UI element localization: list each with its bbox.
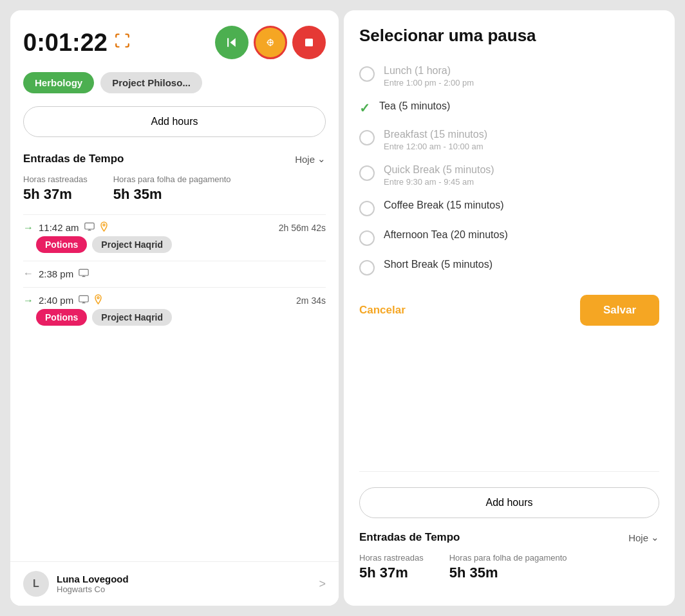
monitor-icon-3 <box>79 295 89 306</box>
svg-rect-12 <box>79 295 88 302</box>
arrow-in-icon: → <box>23 222 33 234</box>
tags-row: Herbology Project Philoso... <box>23 72 326 93</box>
break-name-7: Short Break (5 minutos) <box>384 259 493 270</box>
monitor-icon <box>84 222 95 233</box>
break-option-7[interactable]: Short Break (5 minutos) <box>359 252 659 282</box>
radio-lunch <box>359 66 375 82</box>
svg-rect-4 <box>305 39 313 46</box>
monitor-icon-2 <box>79 268 89 279</box>
right-section-header: Entradas de Tempo Hoje ⌄ <box>359 531 659 544</box>
radio-quickbreak <box>359 165 375 181</box>
arrow-in-icon-3: → <box>23 295 33 306</box>
svg-point-8 <box>103 224 105 226</box>
right-section-title: Entradas de Tempo <box>359 531 460 544</box>
avatar: L <box>23 571 49 597</box>
checkmark-icon: ✓ <box>359 100 370 116</box>
timer-display: 0:01:22 <box>23 29 131 57</box>
left-panel: 0:01:22 <box>10 10 339 606</box>
user-name: Luna Lovegood <box>57 574 129 584</box>
break-sub-1: Entre 1:00 pm - 2:00 pm <box>384 78 474 88</box>
time-entry-2: ← 2:38 pm <box>23 268 326 279</box>
right-stats-row: Horas rastreadas 5h 37m Horas para folha… <box>359 553 659 581</box>
panel-title: Selecionar uma pausa <box>359 26 659 46</box>
tag-herbology[interactable]: Herbology <box>23 72 94 93</box>
break-option-5[interactable]: Coffee Break (15 minutos) <box>359 193 659 223</box>
svg-rect-9 <box>79 269 88 275</box>
stat-tracked: Horas rastreadas 5h 37m <box>23 174 88 203</box>
time-entry-3: → 2:40 pm 2m 34s Potions Project Haqrid <box>23 294 326 326</box>
right-bottom: Add hours Entradas de Tempo Hoje ⌄ Horas… <box>344 465 675 606</box>
location-icon-3 <box>94 294 102 306</box>
entry-tag-potions-3: Potions <box>36 309 87 326</box>
chevron-down-icon: ⌄ <box>317 153 326 165</box>
add-hours-button[interactable]: Add hours <box>23 106 326 137</box>
section-filter[interactable]: Hoje ⌄ <box>295 153 326 165</box>
break-option-6[interactable]: Afternoon Tea (20 minutos) <box>359 223 659 252</box>
user-company: Hogwarts Co <box>57 584 129 594</box>
user-info[interactable]: L Luna Lovegood Hogwarts Co <box>23 571 129 597</box>
break-name-4: Quick Break (5 minutos) <box>384 164 494 176</box>
break-name-6: Afternoon Tea (20 minutos) <box>384 229 508 241</box>
location-icon <box>100 221 108 234</box>
right-add-hours-button[interactable]: Add hours <box>359 487 659 518</box>
timer-text: 0:01:22 <box>23 29 108 57</box>
stats-row: Horas rastreadas 5h 37m Horas para folha… <box>23 174 326 203</box>
time-entry-1: → 11:42 am 2h 56m 42s Potions Project Ha… <box>23 221 326 253</box>
bottom-footer: L Luna Lovegood Hogwarts Co > <box>10 561 339 606</box>
svg-rect-5 <box>84 223 93 229</box>
tag-project[interactable]: Project Philoso... <box>100 72 202 93</box>
radio-afternoontea <box>359 230 375 246</box>
break-option-4[interactable]: Quick Break (5 minutos) Entre 9:30 am - … <box>359 158 659 193</box>
entry-tag-potions-1: Potions <box>36 236 87 253</box>
save-button[interactable]: Salvar <box>580 295 659 326</box>
stop-button[interactable] <box>292 26 326 59</box>
chevron-right-icon: > <box>319 577 326 591</box>
arrow-out-icon: ← <box>23 268 33 279</box>
radio-coffeebreak <box>359 201 375 216</box>
entry-tag-project-1: Project Haqrid <box>92 236 172 253</box>
svg-marker-0 <box>230 38 236 46</box>
right-stat-payroll: Horas para folha de pagamento 5h 35m <box>449 553 567 581</box>
prev-button[interactable] <box>215 26 249 59</box>
scan-icon <box>114 32 131 53</box>
cancel-button[interactable]: Cancelar <box>359 304 406 317</box>
section-title: Entradas de Tempo <box>23 153 124 165</box>
break-option-2[interactable]: ✓ Tea (5 minutos) <box>359 94 659 122</box>
break-option-3[interactable]: Breakfast (15 minutos) Entre 12:00 am - … <box>359 122 659 158</box>
chevron-down-icon-right: ⌄ <box>651 532 659 543</box>
stat-payroll: Horas para folha de pagamento 5h 35m <box>113 174 231 203</box>
break-name-1: Lunch (1 hora) <box>384 65 474 77</box>
entry-tag-project-3: Project Haqrid <box>92 309 172 326</box>
break-name-2: Tea (5 minutos) <box>379 100 450 112</box>
timer-buttons <box>215 26 326 59</box>
radio-breakfast <box>359 130 375 145</box>
section-header: Entradas de Tempo Hoje ⌄ <box>23 153 326 165</box>
right-panel: Selecionar uma pausa Lunch (1 hora) Entr… <box>344 10 675 606</box>
break-option-1[interactable]: Lunch (1 hora) Entre 1:00 pm - 2:00 pm <box>359 59 659 94</box>
svg-point-15 <box>97 297 99 299</box>
break-options-list: Lunch (1 hora) Entre 1:00 pm - 2:00 pm ✓… <box>359 59 659 282</box>
pause-button[interactable] <box>254 26 287 59</box>
break-name-3: Breakfast (15 minutos) <box>384 129 487 140</box>
break-name-5: Coffee Break (15 minutos) <box>384 200 503 211</box>
radio-shortbreak <box>359 260 375 275</box>
break-sub-3: Entre 12:00 am - 10:00 am <box>384 142 487 151</box>
action-row: Cancelar Salvar <box>359 282 659 336</box>
break-sub-4: Entre 9:30 am - 9:45 am <box>384 177 494 187</box>
timer-row: 0:01:22 <box>23 26 326 59</box>
right-stat-tracked: Horas rastreadas 5h 37m <box>359 553 424 581</box>
right-section-filter[interactable]: Hoje ⌄ <box>628 532 659 543</box>
